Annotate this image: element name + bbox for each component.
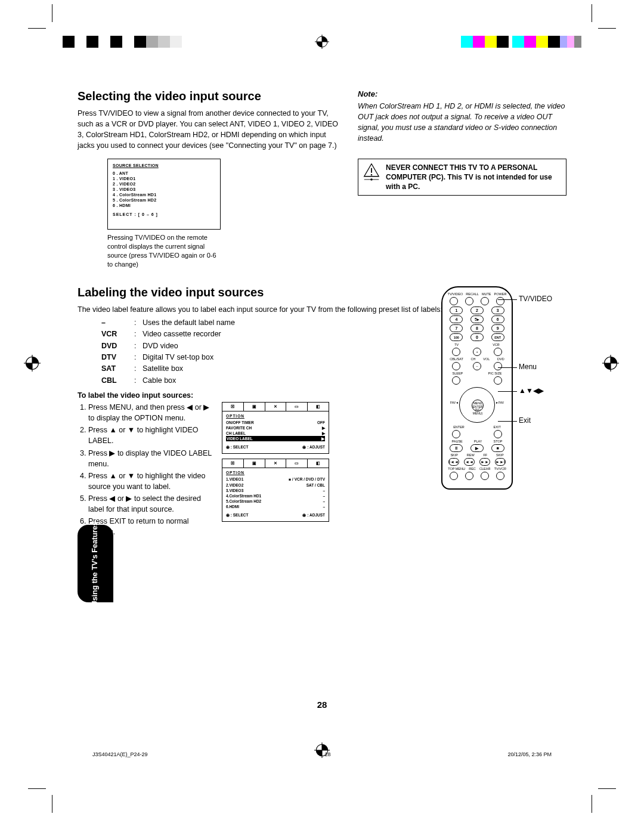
- chapter-tab: Using the TV's Features: [78, 525, 113, 602]
- registration-target-right: [602, 355, 620, 374]
- note-title: Note:: [358, 89, 566, 98]
- registration-marks-top: [0, 36, 644, 48]
- osd-source-selection: SOURCE SELECTION 0 . ANT1 . VIDEO1 2 . V…: [107, 159, 221, 230]
- registration-target-left: [24, 355, 42, 374]
- svg-point-11: [371, 174, 372, 175]
- warning-icon: [363, 163, 380, 184]
- footer-page: 28: [324, 751, 330, 757]
- caption-osd: Pressing TV/VIDEO on the remote control …: [107, 233, 221, 268]
- remote-control-illustration: TV/VIDEORECALLMUTEPOWER 123 45▸6 789 100…: [441, 286, 566, 490]
- heading-selecting-source: Selecting the video input source: [78, 89, 340, 103]
- para-selecting-source: Press TV/VIDEO to view a signal from ano…: [78, 108, 340, 151]
- callout-tvvideo: TV/VIDEO: [519, 295, 552, 303]
- mini-osd-stack: ☒▣✕▭◧ OPTION ON/OFF TIMEROFF FAVORITE CH…: [222, 402, 329, 527]
- steps-list: Press MENU, and then press ◀ or ▶ to dis…: [78, 402, 215, 539]
- warning-box: NEVER CONNECT THIS TV TO A PERSONAL COMP…: [358, 159, 566, 196]
- callout-menu: Menu: [519, 363, 537, 371]
- footer-meta: J3S40421A(E)_P24-29 28 20/12/05, 2:36 PM: [92, 751, 552, 757]
- footer-filename: J3S40421A(E)_P24-29: [92, 751, 148, 757]
- page-content: Selecting the video input source Press T…: [78, 89, 566, 539]
- osd-option-menu-2: ☒▣✕▭◧ OPTION 1.VIDEO1■ / VCR / DVD / DTV…: [222, 459, 329, 522]
- callout-arrows: ▲▼◀▶: [519, 386, 544, 395]
- page-number: 28: [0, 700, 644, 710]
- svg-point-13: [370, 178, 373, 181]
- callout-exit: Exit: [519, 416, 531, 425]
- osd-option-menu-1: ☒▣✕▭◧ OPTION ON/OFF TIMEROFF FAVORITE CH…: [222, 402, 329, 454]
- note-body: When ColorStream HD 1, HD 2, or HDMI is …: [358, 101, 566, 144]
- footer-datetime: 20/12/05, 2:36 PM: [507, 751, 552, 757]
